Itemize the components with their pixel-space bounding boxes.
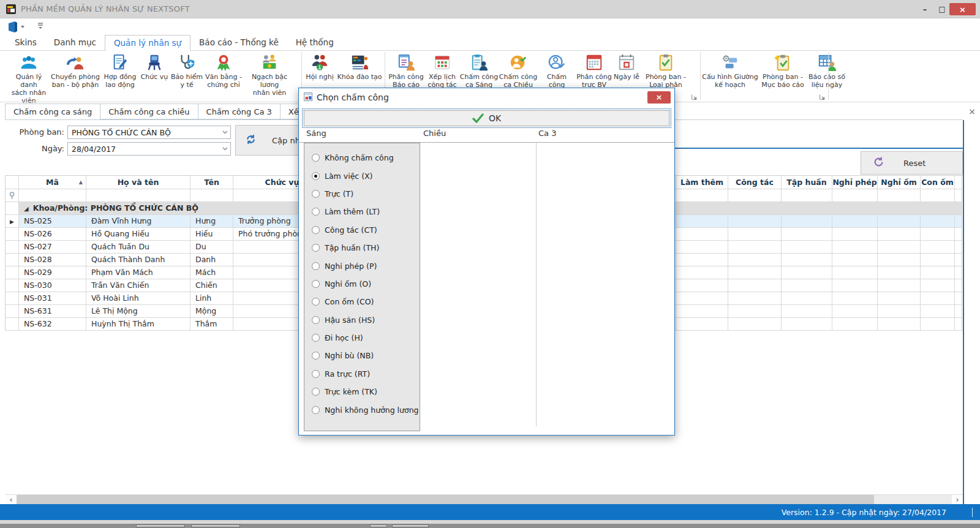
cell-ho-ten[interactable]: Võ Hoài Linh [86, 292, 190, 305]
radio-option-nghi-khong-huong-luong[interactable]: Nghỉ không hưởng lương [304, 401, 420, 418]
ribbon-tab-quan-ly-nhan-su[interactable]: Quản lý nhân sự [105, 35, 190, 51]
cell-empty[interactable] [782, 215, 832, 228]
cell-ho-ten[interactable]: Hồ Quang Hiếu [86, 228, 190, 241]
cell-ma[interactable]: NS-026 [19, 228, 86, 241]
cell-ho-ten[interactable]: Đàm Vĩnh Hưng [86, 215, 190, 228]
cell-ten[interactable]: Danh [190, 254, 233, 266]
scroll-right-icon[interactable]: › [952, 495, 963, 505]
cell-ho-ten[interactable]: Lê Thị Mộng [86, 305, 190, 318]
ribbon-item-hoi-nghi[interactable]: Hội nghị [304, 51, 336, 92]
cell-empty[interactable] [676, 241, 728, 254]
cell-empty[interactable] [878, 318, 921, 331]
cell-ma[interactable]: NS-028 [19, 254, 86, 266]
cell-empty[interactable] [832, 215, 878, 228]
cell-empty[interactable] [921, 241, 955, 254]
cell-empty[interactable] [728, 292, 782, 305]
column-header-con-om[interactable]: Con ốm [921, 176, 955, 189]
cell-empty[interactable] [878, 305, 921, 318]
tab-cham-cong-ca-sang[interactable]: Chấm công ca sáng [5, 104, 100, 119]
radio-option-truc[interactable]: Trực (T) [304, 185, 420, 203]
cell-empty[interactable] [878, 292, 921, 305]
cell-ma[interactable]: NS-031 [19, 292, 86, 305]
application-menu-button[interactable] [6, 20, 27, 34]
scrollbar-thumb[interactable] [17, 495, 874, 505]
cell-empty[interactable] [728, 228, 782, 241]
cell-empty[interactable] [832, 228, 878, 241]
cell-empty[interactable] [782, 254, 832, 266]
column-header-ho-va-ten[interactable]: Họ và tên [86, 176, 190, 189]
radio-option-nghi-phep[interactable]: Nghỉ phép (P) [304, 257, 420, 274]
minimize-button[interactable]: – [916, 0, 933, 18]
cell-empty[interactable] [676, 215, 728, 228]
cell-empty[interactable] [955, 228, 962, 241]
chevron-down-icon[interactable] [219, 143, 230, 155]
cell-empty[interactable] [955, 292, 962, 305]
ribbon-item-phan-cong-bao-cao[interactable]: Phân công Báo cáo [387, 51, 425, 92]
ribbon-item-khoa-dao-tao[interactable]: Khóa đào tạo [336, 51, 383, 92]
cell-ten[interactable]: Mách [190, 266, 233, 279]
ribbon-tab-danh-muc[interactable]: Danh mục [45, 35, 105, 50]
cell-empty[interactable] [728, 305, 782, 318]
cell-empty[interactable] [955, 318, 962, 331]
radio-option-khong-cham-cong[interactable]: Không chấm công [304, 149, 420, 167]
cell-ma[interactable]: NS-027 [19, 241, 86, 254]
column-header-nghi-phep[interactable]: Nghỉ phép [832, 176, 878, 189]
cell-empty[interactable] [878, 241, 921, 254]
cell-empty[interactable] [676, 279, 728, 292]
scroll-left-icon[interactable]: ‹ [6, 495, 17, 505]
cell-empty[interactable] [832, 279, 878, 292]
radio-option-tap-huan[interactable]: Tập huấn (TH) [304, 239, 420, 257]
cell-empty[interactable] [955, 279, 962, 292]
ribbon-item-cau-hinh-giuong[interactable]: Cấu hình Giường kế hoạch [702, 51, 758, 92]
cell-empty[interactable] [782, 305, 832, 318]
reset-button[interactable]: Reset [861, 151, 963, 175]
cell-empty[interactable] [921, 228, 955, 241]
cell-empty[interactable] [676, 254, 728, 266]
cell-empty[interactable] [955, 215, 962, 228]
cell-empty[interactable] [676, 228, 728, 241]
ribbon-item-quan-ly-danh-sach[interactable]: Quản lý danh sách nhân viên [7, 51, 50, 92]
ribbon-tab-bao-cao[interactable]: Báo cáo - Thống kê [190, 35, 287, 50]
date-combobox[interactable]: 28/04/2017 [67, 142, 231, 156]
cell-ma[interactable]: NS-030 [19, 279, 86, 292]
radio-option-lam-them[interactable]: Làm thêm (LT) [304, 203, 420, 221]
close-button[interactable]: × [949, 3, 976, 15]
ribbon-item-phan-cong-truc[interactable]: Phân công trực BV [576, 51, 612, 92]
cell-empty[interactable] [921, 215, 955, 228]
cell-empty[interactable] [832, 305, 878, 318]
cell-empty[interactable] [955, 241, 962, 254]
tab-cham-cong-ca-chieu[interactable]: Chấm công ca chiều [100, 104, 197, 119]
radio-option-ra-truc[interactable]: Ra trực (RT) [304, 365, 420, 383]
cell-empty[interactable] [676, 318, 728, 331]
column-header-ma[interactable]: Mã▲ [19, 176, 86, 189]
column-header-lam-them[interactable]: Làm thêm [676, 176, 728, 189]
ribbon-tab-skins[interactable]: Skins [6, 35, 45, 50]
filter-cell[interactable] [676, 189, 728, 202]
cell-empty[interactable] [878, 279, 921, 292]
cell-empty[interactable] [728, 254, 782, 266]
radio-option-truc-kem[interactable]: Trực kèm (TK) [304, 383, 420, 401]
cell-ho-ten[interactable]: Huỳnh Thị Thắm [86, 318, 190, 331]
cell-ho-ten[interactable]: Phạm Văn Mách [86, 266, 190, 279]
dialog-launcher-icon[interactable] [691, 93, 698, 100]
cell-empty[interactable] [921, 266, 955, 279]
cell-empty[interactable] [921, 318, 955, 331]
cell-ten[interactable]: Du [190, 241, 233, 254]
ribbon-item-ngay-le[interactable]: Ngày lễ [612, 51, 641, 92]
ribbon-item-hop-dong[interactable]: Hợp đồng lao động [100, 51, 140, 92]
cell-ten[interactable]: Thắm [190, 318, 233, 331]
cell-ten[interactable]: Hưng [190, 215, 233, 228]
ribbon-item-loai-phan-cong[interactable]: Phòng ban - Loại phân công [641, 51, 691, 92]
cell-empty[interactable] [832, 266, 878, 279]
ribbon-item-muc-bao-cao[interactable]: Phòng ban - Mục báo cáo [758, 51, 807, 92]
cell-ho-ten[interactable]: Quách Tuấn Du [86, 241, 190, 254]
cell-empty[interactable] [728, 318, 782, 331]
tab-close-icon[interactable]: × [967, 106, 978, 117]
scrollbar-track[interactable] [874, 495, 952, 505]
ribbon-item-chuyen-phong-ban[interactable]: Chuyển phòng ban - bộ phận [50, 51, 100, 92]
ribbon-item-chuc-vu[interactable]: Chức vụ [140, 51, 169, 92]
filter-cell[interactable] [19, 189, 86, 202]
filter-cell[interactable] [728, 189, 782, 202]
cell-ten[interactable]: Chiến [190, 279, 233, 292]
cell-ten[interactable]: Linh [190, 292, 233, 305]
